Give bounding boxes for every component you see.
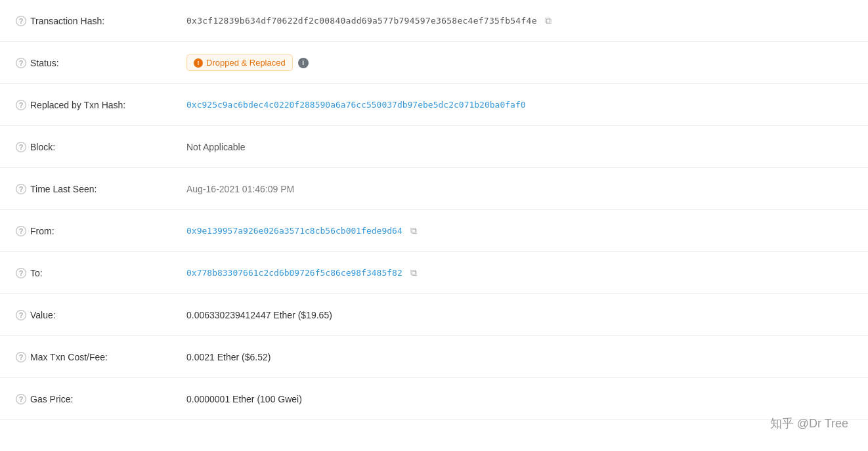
replaced-by-hash-link[interactable]: 0xc925c9ac6bdec4c0220f288590a6a76cc55003…: [186, 100, 526, 110]
label-text-replaced-by: Replaced by Txn Hash:: [30, 100, 125, 110]
value-ether-amount: 0.006330239412447 Ether ($19.65): [186, 310, 332, 320]
status-badge: ! Dropped & Replaced: [186, 54, 293, 71]
row-time-last-seen: ? Time Last Seen: Aug-16-2021 01:46:09 P…: [0, 168, 868, 210]
label-text-time-last-seen: Time Last Seen:: [30, 184, 97, 194]
label-text-status: Status:: [30, 58, 59, 68]
label-text-gas-price: Gas Price:: [30, 394, 73, 404]
status-warning-icon: !: [194, 58, 203, 68]
info-icon-status[interactable]: i: [298, 58, 309, 68]
row-status: ? Status: ! Dropped & Replaced i: [0, 42, 868, 84]
label-to: ? To:: [16, 268, 186, 278]
value-from: 0x9e139957a926e026a3571c8cb56cb001fede9d…: [186, 225, 852, 236]
row-from: ? From: 0x9e139957a926e026a3571c8cb56cb0…: [0, 210, 868, 252]
max-txn-cost-amount: 0.0021 Ether ($6.52): [186, 352, 271, 362]
help-icon-time-last-seen[interactable]: ?: [16, 184, 26, 194]
label-text-to: To:: [30, 268, 43, 278]
label-max-txn-cost: ? Max Txn Cost/Fee:: [16, 352, 186, 362]
transaction-details: ? Transaction Hash: 0x3cf12839b634df7062…: [0, 0, 868, 420]
label-transaction-hash: ? Transaction Hash:: [16, 16, 186, 26]
value-transaction-hash: 0x3cf12839b634df70622df2c00840add69a577b…: [186, 15, 852, 26]
row-transaction-hash: ? Transaction Hash: 0x3cf12839b634df7062…: [0, 0, 868, 42]
help-icon-transaction-hash[interactable]: ?: [16, 16, 26, 26]
label-status: ? Status:: [16, 58, 186, 68]
row-value: ? Value: 0.006330239412447 Ether ($19.65…: [0, 294, 868, 336]
label-text-max-txn-cost: Max Txn Cost/Fee:: [30, 352, 108, 362]
label-text-from: From:: [30, 226, 54, 236]
value-block: Not Applicable: [186, 142, 852, 152]
row-max-txn-cost: ? Max Txn Cost/Fee: 0.0021 Ether ($6.52): [0, 336, 868, 378]
label-value: ? Value:: [16, 310, 186, 320]
block-not-applicable: Not Applicable: [186, 142, 246, 152]
help-icon-from[interactable]: ?: [16, 226, 26, 236]
value-gas-price: 0.0000001 Ether (100 Gwei): [186, 394, 852, 404]
label-text-value: Value:: [30, 310, 56, 320]
help-icon-status[interactable]: ?: [16, 58, 26, 68]
copy-icon-to[interactable]: ⧉: [410, 267, 417, 278]
row-gas-price: ? Gas Price: 0.0000001 Ether (100 Gwei): [0, 378, 868, 420]
gas-price-amount: 0.0000001 Ether (100 Gwei): [186, 394, 302, 404]
label-from: ? From:: [16, 226, 186, 236]
label-block: ? Block:: [16, 142, 186, 152]
help-icon-value[interactable]: ?: [16, 310, 26, 320]
copy-icon-from[interactable]: ⧉: [410, 225, 417, 236]
from-address-link[interactable]: 0x9e139957a926e026a3571c8cb56cb001fede9d…: [186, 226, 402, 236]
label-replaced-by: ? Replaced by Txn Hash:: [16, 100, 186, 110]
label-text-block: Block:: [30, 142, 55, 152]
help-icon-to[interactable]: ?: [16, 268, 26, 278]
label-time-last-seen: ? Time Last Seen:: [16, 184, 186, 194]
help-icon-gas-price[interactable]: ?: [16, 394, 26, 404]
value-to: 0x778b83307661c2cd6b09726f5c86ce98f3485f…: [186, 267, 852, 278]
transaction-hash-value: 0x3cf12839b634df70622df2c00840add69a577b…: [186, 16, 537, 26]
status-badge-text: Dropped & Replaced: [206, 58, 286, 68]
label-gas-price: ? Gas Price:: [16, 394, 186, 404]
value-max-txn-cost: 0.0021 Ether ($6.52): [186, 352, 852, 362]
value-time-last-seen: Aug-16-2021 01:46:09 PM: [186, 184, 852, 194]
value-status: ! Dropped & Replaced i: [186, 54, 852, 71]
to-address-link[interactable]: 0x778b83307661c2cd6b09726f5c86ce98f3485f…: [186, 268, 402, 278]
row-replaced-by: ? Replaced by Txn Hash: 0xc925c9ac6bdec4…: [0, 84, 868, 126]
row-to: ? To: 0x778b83307661c2cd6b09726f5c86ce98…: [0, 252, 868, 294]
value-replaced-by: 0xc925c9ac6bdec4c0220f288590a6a76cc55003…: [186, 100, 852, 110]
row-block: ? Block: Not Applicable: [0, 126, 868, 168]
help-icon-max-txn-cost[interactable]: ?: [16, 352, 26, 362]
time-last-seen-value: Aug-16-2021 01:46:09 PM: [186, 184, 294, 194]
help-icon-replaced-by[interactable]: ?: [16, 100, 26, 110]
value-ether: 0.006330239412447 Ether ($19.65): [186, 310, 852, 320]
help-icon-block[interactable]: ?: [16, 142, 26, 152]
label-text-transaction-hash: Transaction Hash:: [30, 16, 104, 26]
copy-icon-transaction-hash[interactable]: ⧉: [545, 15, 552, 26]
